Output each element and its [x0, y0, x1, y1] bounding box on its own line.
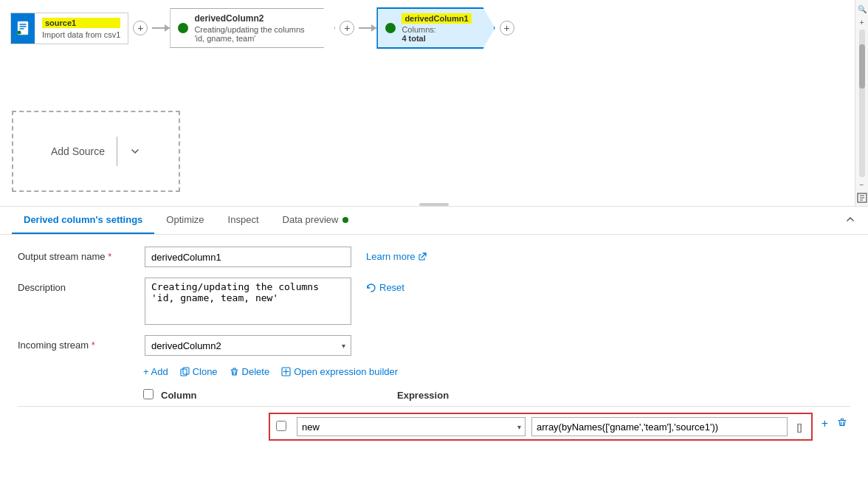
- tab-optimize[interactable]: Optimize: [154, 207, 216, 234]
- zoom-in-btn[interactable]: +: [856, 16, 868, 28]
- row-checkbox[interactable]: [276, 421, 286, 431]
- source-subtitle: Import data from csv1: [42, 30, 120, 39]
- svg-rect-3: [181, 369, 187, 376]
- source-title: source1: [42, 18, 120, 28]
- add-source-box[interactable]: Add Source: [12, 111, 180, 192]
- connector-2: [359, 27, 376, 29]
- dc1-plus-btn[interactable]: +: [500, 21, 514, 35]
- output-stream-input[interactable]: [145, 247, 351, 267]
- expand-btn[interactable]: [856, 192, 868, 204]
- add-source-label: Add Source: [51, 145, 105, 157]
- incoming-stream-select-wrap: derivedColumn2 ▾: [145, 335, 351, 356]
- settings-content: Output stream name * Learn more Descript…: [0, 235, 868, 499]
- row-checkbox-area: [276, 421, 291, 433]
- settings-panel: Derived column's settings Optimize Inspe…: [0, 207, 868, 499]
- dc2-body: derivedColumn2 Creating/updating the col…: [194, 13, 312, 43]
- description-input[interactable]: Creating/updating the columns 'id, gname…: [145, 278, 351, 325]
- open-expression-builder-btn[interactable]: Open expression builder: [281, 366, 398, 377]
- description-row: Description Creating/updating the column…: [18, 278, 850, 325]
- row-actions: +: [819, 417, 850, 430]
- add-source-chevron[interactable]: [129, 145, 141, 157]
- columns-toolbar: + Add Clone Delete Open expression build…: [18, 366, 850, 377]
- columns-section: + Add Clone Delete Open expression build…: [18, 366, 850, 441]
- column-header: Column: [161, 390, 397, 401]
- tabs-left: Derived column's settings Optimize Inspe…: [12, 207, 360, 234]
- source-card-body: source1 Import data from csv1: [35, 13, 128, 44]
- dc2-title: derivedColumn2: [194, 13, 312, 24]
- dc1-body: derivedColumn1 Columns: 4 total: [402, 13, 471, 43]
- tab-inspect[interactable]: Inspect: [216, 207, 271, 234]
- output-stream-label: Output stream name *: [18, 247, 136, 262]
- add-column-btn[interactable]: + Add: [143, 366, 168, 377]
- incoming-stream-select[interactable]: derivedColumn2: [145, 335, 351, 356]
- col-name-wrap: ▾: [297, 417, 526, 436]
- connector-1: [152, 27, 170, 29]
- row-add-btn[interactable]: +: [819, 417, 831, 430]
- collapse-handle[interactable]: [419, 203, 449, 206]
- col-dropdown-arrow-icon: ▾: [517, 423, 521, 431]
- svg-rect-4: [183, 368, 189, 374]
- output-stream-row: Output stream name * Learn more: [18, 247, 850, 267]
- column-row: ▾ []: [269, 413, 813, 441]
- columns-header: Column Expression: [18, 385, 850, 407]
- header-checkbox-area: [143, 389, 161, 402]
- dc2-subtitle: Creating/updating the columns 'id, gname…: [194, 25, 312, 43]
- svg-point-1: [18, 31, 21, 35]
- row-delete-btn[interactable]: [834, 417, 850, 430]
- preview-dot: [342, 217, 348, 223]
- tabs-bar: Derived column's settings Optimize Inspe…: [0, 207, 868, 235]
- delete-btn[interactable]: Delete: [230, 366, 270, 377]
- dc2-icon: [178, 13, 188, 43]
- derived-column-2-node[interactable]: derivedColumn2 Creating/updating the col…: [170, 8, 335, 48]
- clone-btn[interactable]: Clone: [180, 366, 218, 377]
- select-all-checkbox[interactable]: [143, 389, 154, 399]
- dc1-subtitle: Columns:: [402, 25, 471, 34]
- source-icon-area: [11, 13, 35, 44]
- dc1-icon: [385, 13, 396, 43]
- expression-header: Expression: [397, 390, 844, 401]
- dc2-plus-btn[interactable]: +: [340, 21, 354, 35]
- canvas-scrollbar: 🔍 + −: [855, 0, 868, 207]
- learn-more-link[interactable]: Learn more: [366, 247, 427, 262]
- incoming-stream-row: Incoming stream * derivedColumn2 ▾: [18, 335, 850, 356]
- scroll-track[interactable]: [859, 30, 865, 177]
- source-plus-btn[interactable]: +: [133, 21, 148, 35]
- tab-settings[interactable]: Derived column's settings: [12, 207, 154, 234]
- dc1-detail: 4 total: [402, 34, 471, 43]
- add-source-divider: [117, 137, 117, 166]
- dc1-title: derivedColumn1: [402, 13, 471, 24]
- search-icon[interactable]: 🔍: [856, 3, 868, 15]
- description-label: Description: [18, 278, 136, 293]
- scroll-thumb: [859, 44, 865, 89]
- bracket-icon: []: [793, 421, 805, 433]
- column-name-input[interactable]: [297, 417, 526, 436]
- derived-column-1-node[interactable]: derivedColumn1 Columns: 4 total: [376, 7, 495, 49]
- collapse-panel-btn[interactable]: [844, 213, 856, 228]
- tab-preview[interactable]: Data preview: [271, 207, 361, 234]
- incoming-stream-label: Incoming stream *: [18, 335, 136, 351]
- source-node[interactable]: source1 Import data from csv1: [10, 13, 128, 44]
- reset-btn[interactable]: Reset: [366, 278, 404, 293]
- expression-input[interactable]: [531, 417, 788, 436]
- zoom-out-btn[interactable]: −: [856, 179, 868, 190]
- add-source-content: Add Source: [51, 137, 141, 166]
